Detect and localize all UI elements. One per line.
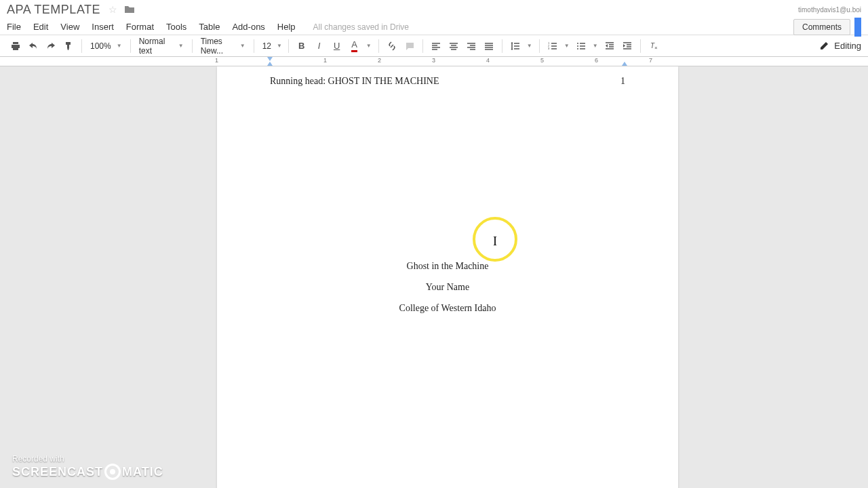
toolbar-separator [640,39,641,53]
align-justify-icon[interactable] [483,40,495,52]
watermark-logo: SCREENCAST MATIC [12,464,163,480]
align-left-icon[interactable] [430,40,442,52]
watermark: Recorded with SCREENCAST MATIC [12,454,163,480]
comment-icon[interactable] [403,40,416,52]
paper-title[interactable]: Ghost in the Machine [270,256,625,277]
pencil-icon [819,41,829,51]
page[interactable]: Running head: GHOST IN THE MACHINE 1 Gho… [217,66,678,488]
star-icon[interactable]: ☆ [108,4,117,15]
menu-file[interactable]: File [7,22,21,32]
first-line-indent-marker[interactable] [267,57,273,61]
toolbar-separator [502,39,502,53]
toolbar-separator [539,39,540,53]
italic-icon[interactable]: I [313,40,326,52]
svg-text:3: 3 [548,47,550,50]
text-color-icon[interactable]: A [349,40,361,52]
folder-icon[interactable] [124,5,135,14]
editing-mode-label: Editing [834,41,861,51]
menu-table[interactable]: Table [199,22,220,32]
numbered-list-icon[interactable]: 123 [547,40,559,52]
redo-icon[interactable] [45,40,57,52]
ruler-mark: 6 [595,57,598,64]
line-spacing-caret-icon[interactable]: ▼ [527,40,532,52]
text-cursor-icon: I [493,235,497,249]
ruler-mark: 1 [215,57,218,64]
editing-mode-dropdown[interactable]: Editing [819,41,861,51]
align-center-icon[interactable] [448,40,460,52]
paint-format-icon[interactable] [62,40,75,52]
ruler-mark: 4 [486,57,490,64]
text-color-caret-icon[interactable]: ▼ [366,40,372,52]
menu-bar: File Edit View Insert Format Tools Table… [0,19,868,35]
ruler-mark: 5 [540,57,544,64]
link-icon[interactable] [386,40,398,52]
menu-help[interactable]: Help [277,22,296,32]
author-name[interactable]: Your Name [270,277,625,298]
running-head[interactable]: Running head: GHOST IN THE MACHINE 1 [270,76,625,87]
bold-icon[interactable]: B [296,40,308,52]
comments-button[interactable]: Comments [793,19,850,35]
menu-edit[interactable]: Edit [33,22,48,32]
toolbar-separator [254,39,254,53]
print-icon[interactable] [9,40,22,52]
svg-text:×: × [654,45,658,51]
bulleted-list-icon[interactable] [575,40,587,52]
ruler-mark: 7 [649,57,652,64]
user-email[interactable]: timothydavis1@u.boi [798,6,861,14]
title-bar: APA TEMPLATE ☆ timothydavis1@u.boi [0,0,868,19]
menu-insert[interactable]: Insert [92,22,114,32]
svg-point-3 [577,43,578,44]
menu-view[interactable]: View [60,22,79,32]
increase-indent-icon[interactable] [621,40,633,52]
right-indent-marker[interactable] [622,62,627,66]
toolbar-separator [288,39,289,53]
numbered-list-caret-icon[interactable]: ▼ [564,40,570,52]
zoom-dropdown[interactable]: 100%▼ [86,41,126,51]
left-indent-marker[interactable] [267,62,273,66]
toolbar-separator [422,39,423,53]
toolbar-separator [130,39,131,53]
font-dropdown[interactable]: Times New...▼ [197,37,250,56]
line-spacing-icon[interactable] [509,40,521,52]
font-size-dropdown[interactable]: 12▼ [258,41,284,51]
undo-icon[interactable] [27,40,39,52]
paragraph-style-dropdown[interactable]: Normal text▼ [135,37,188,56]
watermark-tagline: Recorded with [12,454,163,464]
ruler-mark: 1 [323,57,327,64]
menu-tools[interactable]: Tools [166,22,186,32]
toolbar-separator [378,39,379,53]
running-head-text[interactable]: Running head: GHOST IN THE MACHINE [270,76,439,87]
menu-format[interactable]: Format [126,22,154,32]
watermark-circle-icon [104,464,121,480]
page-number[interactable]: 1 [620,76,625,87]
toolbar: 100%▼ Normal text▼ Times New...▼ 12▼ B I… [0,35,868,57]
document-area[interactable]: Running head: GHOST IN THE MACHINE 1 Gho… [0,66,868,488]
underline-icon[interactable]: U [331,40,343,52]
decrease-indent-icon[interactable] [604,40,616,52]
align-right-icon[interactable] [465,40,477,52]
svg-point-4 [577,45,578,47]
institution[interactable]: College of Western Idaho [270,298,625,319]
toolbar-separator [81,39,82,53]
clear-formatting-icon[interactable]: T× [648,40,660,52]
document-title[interactable]: APA TEMPLATE [7,3,100,17]
bulleted-list-caret-icon[interactable]: ▼ [593,40,598,52]
menu-addons[interactable]: Add-ons [232,22,264,32]
ruler-mark: 2 [378,57,381,64]
save-status: All changes saved in Drive [313,22,409,32]
ruler-mark: 3 [432,57,435,64]
share-button[interactable] [854,18,861,37]
toolbar-separator [192,39,193,53]
ruler[interactable]: 1 1 2 3 4 5 6 7 [0,57,868,66]
svg-point-5 [577,48,578,49]
